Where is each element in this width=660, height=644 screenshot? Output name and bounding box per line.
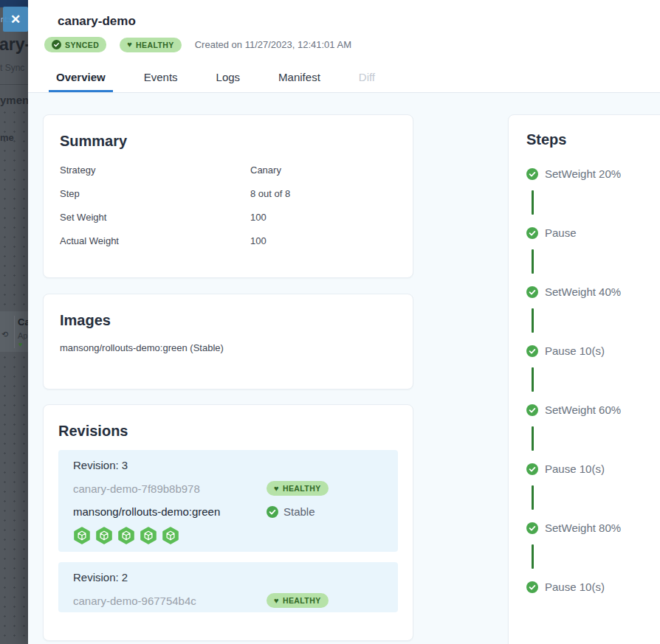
- row-label: Actual Weight: [60, 235, 250, 246]
- sync-status-badge: SYNCED: [44, 37, 106, 52]
- step-label: SetWeight 20%: [545, 167, 621, 180]
- step-connector: [532, 544, 534, 569]
- panel-content: Summary Strategy Canary Step 8 out of 8 …: [28, 93, 660, 644]
- revision-hash-row: canary-demo-967754b4c ♥ HEALTHY: [73, 593, 383, 608]
- backdrop-dot-grid: [0, 353, 28, 644]
- backdrop-sync-fragment: t Sync: [0, 63, 24, 73]
- step-item: SetWeight 80%: [526, 522, 660, 581]
- summary-title: Summary: [60, 133, 396, 150]
- check-circle-icon: [52, 40, 61, 49]
- step-label: SetWeight 80%: [545, 522, 621, 534]
- image-item: mansong/rollouts-demo:green (Stable): [60, 342, 396, 353]
- revision-health-badge: ♥ HEALTHY: [267, 593, 329, 608]
- health-status-label: HEALTHY: [136, 41, 174, 49]
- images-card: Images mansong/rollouts-demo:green (Stab…: [43, 294, 413, 389]
- tab-manifest[interactable]: Manifest: [271, 65, 328, 92]
- revision-name: Revision: 3: [73, 459, 383, 471]
- step-item: SetWeight 40%: [526, 285, 660, 344]
- summary-card: Summary Strategy Canary Step 8 out of 8 …: [43, 114, 413, 278]
- revision-health-label: HEALTHY: [283, 484, 321, 493]
- revisions-card: Revisions Revision: 3 canary-demo-7f89b8…: [43, 404, 413, 641]
- close-panel-button[interactable]: ✕: [3, 7, 28, 32]
- replicaset-name: canary-demo-7f89b8b978: [73, 482, 267, 495]
- backdrop-section-fragment: yment: [0, 94, 28, 106]
- step-connector: [532, 308, 534, 333]
- pod-icon: [117, 527, 135, 544]
- pod-icon: [95, 527, 113, 544]
- row-value: Canary: [250, 165, 281, 176]
- check-circle-icon: [526, 463, 538, 475]
- revision-item-2: Revision: 2 canary-demo-967754b4c ♥ HEAL…: [58, 562, 398, 612]
- heart-icon: ♥: [127, 41, 132, 49]
- pod-list: [73, 527, 383, 544]
- row-label: Step: [60, 188, 250, 199]
- heart-icon: ♥: [274, 597, 279, 605]
- row-value: 100: [250, 235, 267, 246]
- summary-row-strategy: Strategy Canary: [60, 165, 396, 176]
- step-label: SetWeight 40%: [545, 285, 621, 298]
- steps-title: Steps: [526, 131, 660, 148]
- revision-hash-row: canary-demo-7f89b8b978 ♥ HEALTHY: [73, 481, 383, 496]
- backdrop-heart-icon: ♥: [18, 341, 22, 348]
- step-item: Pause: [526, 226, 660, 285]
- check-circle-icon: [526, 286, 538, 298]
- tab-diff: Diff: [351, 65, 382, 92]
- step-connector: [532, 426, 534, 451]
- step-label: Pause 10(s): [545, 581, 605, 593]
- tab-events[interactable]: Events: [137, 65, 185, 92]
- row-label: Strategy: [60, 165, 250, 176]
- backdrop-card-title-fragment: Ca: [18, 316, 28, 328]
- health-status-badge: ♥ HEALTHY: [120, 38, 182, 52]
- backdrop-card-divider: [14, 316, 15, 348]
- step-item: SetWeight 20%: [526, 167, 660, 226]
- step-label: Pause 10(s): [545, 463, 605, 475]
- status-badge-row: SYNCED ♥ HEALTHY Created on 11/27/2023, …: [44, 37, 351, 52]
- backdrop-column-fragment: me: [0, 132, 14, 143]
- revision-health-badge: ♥ HEALTHY: [267, 481, 329, 496]
- image-status-label: Stable: [283, 505, 315, 518]
- steps-card: Steps SetWeight 20% Pause: [508, 114, 660, 644]
- replicaset-name: canary-demo-967754b4c: [73, 595, 267, 607]
- tab-bar: Overview Events Logs Manifest Diff: [49, 65, 382, 92]
- backdrop-app-card: ⟲ Ca Ap ♥: [0, 311, 28, 352]
- revision-name: Revision: 2: [73, 571, 383, 584]
- created-timestamp: Created on 11/27/2023, 12:41:01 AM: [195, 39, 351, 50]
- check-circle-icon: [526, 581, 538, 593]
- images-title: Images: [60, 312, 396, 329]
- revision-item-3: Revision: 3 canary-demo-7f89b8b978 ♥ HEA…: [58, 450, 398, 552]
- step-connector: [532, 485, 534, 510]
- backdrop-app-icon: ⟲: [1, 330, 8, 339]
- pod-icon: [140, 527, 157, 544]
- row-value: 100: [250, 212, 267, 223]
- summary-row-step: Step 8 out of 8: [60, 188, 396, 199]
- summary-row-set-weight: Set Weight 100: [60, 212, 396, 223]
- revision-image: mansong/rollouts-demo:green: [73, 505, 267, 518]
- check-circle-icon: [526, 522, 538, 534]
- revision-health-label: HEALTHY: [283, 596, 321, 605]
- backdrop-heading-fragment: ary-d: [0, 35, 28, 55]
- step-item: Pause 10(s): [526, 581, 660, 640]
- step-connector: [532, 249, 534, 274]
- revisions-title: Revisions: [58, 423, 398, 440]
- steps-list: SetWeight 20% Pause SetWeight 40%: [526, 167, 660, 640]
- step-label: SetWeight 60%: [545, 404, 621, 416]
- step-item: Pause 10(s): [526, 463, 660, 522]
- step-item: SetWeight 60%: [526, 404, 660, 463]
- backdrop-card-sub-fragment: Ap: [18, 331, 27, 340]
- tab-overview[interactable]: Overview: [49, 65, 113, 92]
- rollout-detail-panel: canary-demo SYNCED ♥ HEALTHY Created on …: [28, 0, 660, 644]
- pod-icon: [73, 527, 91, 544]
- backdrop-overlay[interactable]: nt:soft ary-d t Sync yment me ⟲ Ca Ap ♥: [0, 0, 28, 644]
- close-icon: ✕: [10, 13, 21, 26]
- image-status: Stable: [267, 505, 315, 518]
- tab-logs[interactable]: Logs: [209, 65, 248, 92]
- summary-row-actual-weight: Actual Weight 100: [60, 235, 396, 246]
- page-title: canary-demo: [58, 14, 136, 29]
- check-circle-icon: [526, 168, 538, 180]
- check-circle-icon: [526, 345, 538, 357]
- sync-status-label: SYNCED: [65, 41, 99, 49]
- panel-header: canary-demo SYNCED ♥ HEALTHY Created on …: [28, 0, 660, 93]
- check-circle-icon: [526, 404, 538, 416]
- backdrop-divider: [0, 84, 28, 85]
- step-connector: [532, 367, 534, 392]
